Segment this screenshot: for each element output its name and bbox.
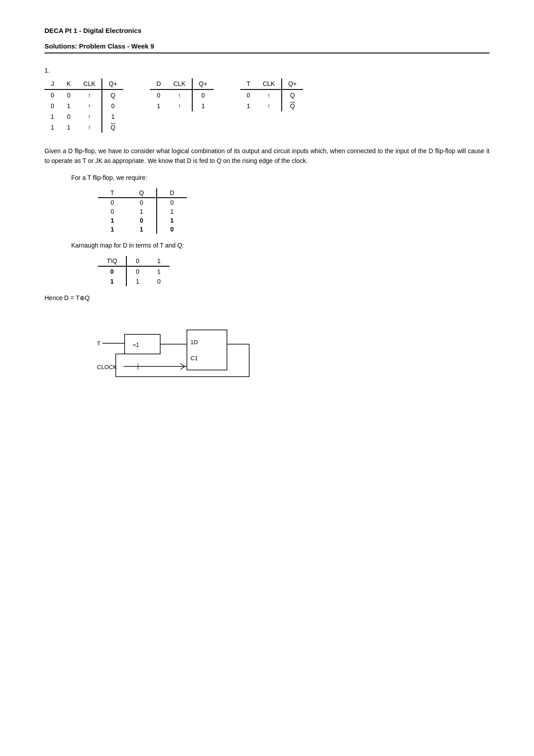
description-paragraph: Given a D flip-flop, we have to consider… — [44, 146, 490, 166]
table-row: 0 0 ↑ Q — [44, 89, 123, 101]
tqd-col-d: D — [157, 188, 186, 198]
tqd-table: T Q D 0 0 0 0 1 1 1 0 1 1 1 — [98, 188, 187, 234]
svg-rect-3 — [187, 330, 227, 370]
kmap-col-0: 0 — [126, 256, 148, 266]
table-row: 0 ↑ 0 — [150, 89, 213, 101]
hence-line: Hence D = T⊕Q — [44, 294, 490, 301]
table-row: 1 0 1 — [98, 216, 187, 225]
truth-tables-row: J K CLK Q+ 0 0 ↑ Q 0 1 ↑ 0 1 0 ↑ — [44, 78, 490, 133]
d-col-d: D — [150, 78, 167, 89]
t-truth-table: T CLK Q+ 0 ↑ Q 1 ↑ Q — [240, 78, 303, 111]
doc-title: DECA Pt 1 - Digital Electronics — [44, 27, 490, 34]
table-row: 1 1 ↑ Q — [44, 122, 123, 133]
d-col-clk: CLK — [167, 78, 192, 89]
t-col-clk: CLK — [256, 78, 281, 89]
c1-label: C1 — [190, 355, 198, 362]
t-col-t: T — [240, 78, 257, 89]
circuit-svg: T =1 1D C1 CLOCK — [89, 312, 258, 401]
xor-symbol: ⊕ — [80, 294, 85, 301]
xor-gate-label: =1 — [133, 341, 139, 348]
table-row: 0 1 ↑ 0 — [44, 101, 123, 111]
question-num: 1. — [44, 67, 490, 74]
tqd-table-wrap: T Q D 0 0 0 0 1 1 1 0 1 1 1 — [98, 188, 490, 234]
clock-label: CLOCK — [97, 364, 117, 370]
table-row: 1 ↑ Q — [240, 101, 303, 111]
table-row: 0 1 1 — [98, 207, 187, 216]
t-input-label: T — [97, 340, 101, 347]
kmap-table: T\Q 0 1 0 0 1 1 1 0 — [98, 256, 170, 286]
jk-col-j: J — [44, 78, 61, 89]
table-row: 1 1 0 — [98, 276, 170, 286]
t-col-qplus: Q+ — [282, 78, 303, 89]
jk-col-clk: CLK — [77, 78, 102, 89]
table-row: 1 1 0 — [98, 225, 187, 234]
d-truth-table: D CLK Q+ 0 ↑ 0 1 ↑ 1 — [150, 78, 213, 111]
jk-truth-table: J K CLK Q+ 0 0 ↑ Q 0 1 ↑ 0 1 0 ↑ — [44, 78, 123, 133]
t-flipflop-label: For a T flip-flop, we require: — [71, 174, 490, 181]
kmap-col-tq: T\Q — [98, 256, 126, 266]
tqd-col-t: T — [98, 188, 127, 198]
svg-rect-1 — [125, 334, 160, 354]
table-row: 1 ↑ 1 — [150, 101, 213, 111]
1d-label: 1D — [190, 339, 198, 345]
kmap-col-1: 1 — [148, 256, 170, 266]
table-row: 0 ↑ Q — [240, 89, 303, 101]
table-row: 0 0 1 — [98, 266, 170, 276]
jk-col-qplus: Q+ — [102, 78, 123, 89]
circuit-diagram: T =1 1D C1 CLOCK — [89, 312, 490, 402]
table-row: 0 0 0 — [98, 198, 187, 207]
tqd-col-q: Q — [127, 188, 157, 198]
section-title: Solutions: Problem Class - Week 9 — [44, 42, 490, 53]
table-row: 1 0 ↑ 1 — [44, 111, 123, 122]
d-col-qplus: Q+ — [192, 78, 214, 89]
kmap-label: Karnaugh map for D in terms of T and Q: — [71, 242, 490, 249]
kmap-wrap: T\Q 0 1 0 0 1 1 1 0 — [98, 256, 490, 286]
jk-col-k: K — [61, 78, 77, 89]
